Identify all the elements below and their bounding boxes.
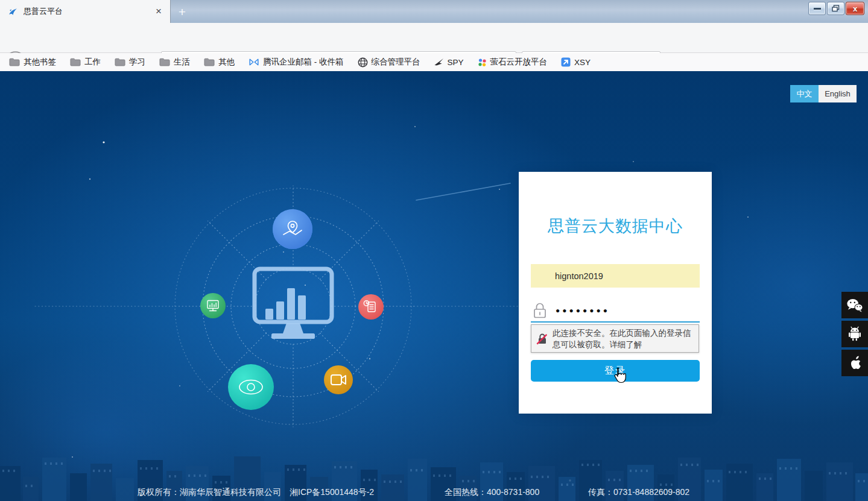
window-minimize-button[interactable] <box>808 2 826 15</box>
bookmarks-bar: 其他书签 工作 学习 生活 其他 腾讯企业邮箱 - 收件箱 综合管理平台 SPY… <box>0 53 868 71</box>
bookmark-label: 腾讯企业邮箱 - 收件箱 <box>263 57 344 68</box>
tab-active[interactable]: 思普云平台 × <box>0 0 171 23</box>
map-pin-node <box>273 209 312 249</box>
bookmark-label: 萤石云开放平台 <box>490 57 548 68</box>
android-icon <box>847 326 862 342</box>
bookmark-folder[interactable]: 其他 <box>202 55 236 69</box>
password-field[interactable] <box>531 300 700 323</box>
bookmark-mgmt-platform[interactable]: 综合管理平台 <box>356 55 422 69</box>
folder-icon <box>159 58 170 66</box>
bookmark-label: 工作 <box>84 57 101 68</box>
login-page: 中文 English 思普云大数据中心 此连 <box>0 71 868 501</box>
login-title: 思普云大数据中心 <box>519 215 712 237</box>
tab-close-icon[interactable]: × <box>151 4 166 19</box>
lang-english-button[interactable]: English <box>819 85 857 102</box>
bookmark-folder[interactable]: 其他书签 <box>7 55 58 69</box>
bookmark-label: XSY <box>574 58 591 67</box>
minimize-icon <box>814 8 821 10</box>
learn-more-link[interactable]: 详细了解 <box>610 340 642 349</box>
language-toggle: 中文 English <box>790 85 857 102</box>
lang-chinese-button[interactable]: 中文 <box>790 85 819 102</box>
bookmark-folder[interactable]: 学习 <box>113 55 147 69</box>
tab-title: 思普云平台 <box>24 6 151 17</box>
bookmark-folder[interactable]: 工作 <box>68 55 103 69</box>
bookmark-label: 学习 <box>129 57 145 68</box>
app-download-stack <box>841 292 868 376</box>
android-button[interactable] <box>841 321 868 347</box>
insecure-lock-icon <box>536 333 548 345</box>
ys7-icon <box>478 58 487 67</box>
camera-node <box>324 365 353 394</box>
bookmark-label: 其他 <box>218 57 235 68</box>
xsy-icon <box>561 57 571 67</box>
login-card: 思普云大数据中心 此连接不安全。在此页面输入的登录信息可以被窃取。详细了解 <box>519 172 712 414</box>
document-node <box>358 294 384 320</box>
bookmark-xsy[interactable]: XSY <box>559 55 592 69</box>
footer-copyright: 版权所有：湖南华辰智通科技有限公司 湘ICP备15001448号-2 <box>138 487 374 498</box>
login-button[interactable]: 登录 <box>531 360 700 382</box>
restore-icon <box>832 5 840 12</box>
folder-icon <box>115 58 125 66</box>
bookmark-spy[interactable]: SPY <box>432 55 466 69</box>
lock-icon <box>533 302 547 319</box>
globe-icon <box>358 57 368 68</box>
bookmark-label: 综合管理平台 <box>372 57 420 68</box>
tab-bar: 思普云平台 × + x <box>0 0 868 23</box>
password-input[interactable] <box>556 306 688 315</box>
navigation-toolbar: iot.idosp.net/idosp/login.html 80% ••• <box>0 23 868 53</box>
warning-text: 此连接不安全。在此页面输入的登录信息可以被窃取。详细了解 <box>553 327 699 350</box>
monitor-node <box>200 293 226 318</box>
site-favicon-icon <box>8 7 18 17</box>
footer-hotline: 全国热线：400-8731-800 <box>445 487 539 498</box>
apple-icon <box>848 355 861 371</box>
bookmark-label: 生活 <box>174 57 190 68</box>
window-close-button[interactable]: x <box>846 2 864 15</box>
browser-window: 思普云平台 × + x <box>0 0 868 501</box>
tencent-mail-icon <box>249 57 259 67</box>
wechat-button[interactable] <box>841 292 868 318</box>
window-restore-button[interactable] <box>827 2 844 15</box>
username-input[interactable] <box>531 264 700 288</box>
apple-button[interactable] <box>841 350 868 376</box>
folder-icon <box>70 58 81 66</box>
bookmark-label: 其他书签 <box>24 57 56 68</box>
bookmark-folder[interactable]: 生活 <box>157 55 192 69</box>
city-skyline <box>0 456 868 501</box>
folder-icon <box>204 58 215 66</box>
bookmark-ys7[interactable]: 萤石云开放平台 <box>476 55 550 69</box>
eye-node <box>228 364 274 410</box>
new-tab-button[interactable]: + <box>174 5 191 19</box>
spy-icon <box>434 58 444 66</box>
close-icon: x <box>853 4 857 13</box>
comet-streak <box>416 183 510 200</box>
insecure-connection-warning: 此连接不安全。在此页面输入的登录信息可以被窃取。详细了解 <box>531 324 699 353</box>
bookmark-label: SPY <box>448 58 464 67</box>
folder-icon <box>9 58 20 66</box>
background-network-diagram <box>0 71 868 501</box>
footer-fax: 传真：0731-84882609-802 <box>588 487 689 498</box>
wechat-icon <box>846 298 863 313</box>
bookmark-tencent-mail[interactable]: 腾讯企业邮箱 - 收件箱 <box>247 55 346 69</box>
